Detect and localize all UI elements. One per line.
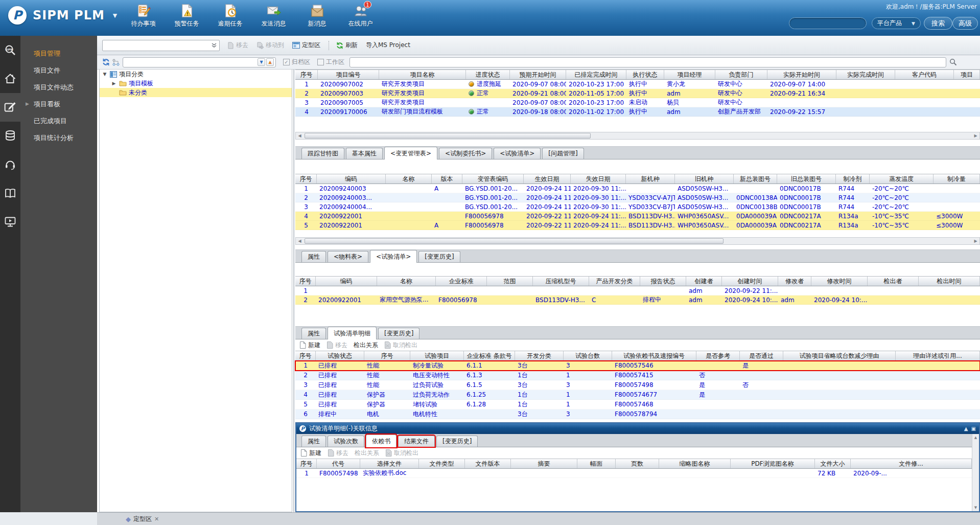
table-row[interactable]: 3已排程性能过负荷试验6.1.53台3F800057498是否 <box>295 380 980 390</box>
column-header[interactable]: 已排定完成时间 <box>566 70 626 79</box>
tree-refresh-icon[interactable] <box>102 58 110 66</box>
close-icon[interactable]: ✕ <box>154 516 159 522</box>
collapse-panel-icon[interactable]: ▲ <box>964 426 968 431</box>
tab-属性[interactable]: 属性 <box>301 328 326 339</box>
column-header[interactable]: 修改者 <box>778 277 811 286</box>
table-row[interactable]: 5已排程保护器堵转试验6.1.281台1F800057468 <box>295 400 980 409</box>
app-logo[interactable]: P SIPM PLM ▼ <box>8 6 117 25</box>
scrollbar-thumb[interactable] <box>305 238 724 244</box>
topbar-tool-逾期任务[interactable]: 逾期任务 <box>208 3 252 28</box>
database-icon[interactable] <box>0 122 20 150</box>
new-button[interactable]: 新建 <box>299 341 320 350</box>
column-header[interactable]: 序号 <box>295 70 318 79</box>
new-button[interactable]: 新建 <box>300 449 321 458</box>
workspace-checkbox[interactable]: 工作区 <box>317 58 344 66</box>
table-row[interactable]: 2202009240003...BG.YSD.001-20...2020-09-… <box>295 193 980 202</box>
hierarchy-icon[interactable] <box>112 59 120 66</box>
column-header[interactable]: 项目 <box>954 70 980 79</box>
column-header[interactable]: 负责部门 <box>715 70 767 79</box>
move-to-button[interactable]: 移动到 <box>256 41 284 50</box>
column-header[interactable]: 幅面 <box>577 459 616 468</box>
column-header[interactable]: 执行状态 <box>626 70 664 79</box>
column-header[interactable]: 创建时间 <box>722 277 778 286</box>
column-header[interactable]: 文件版本 <box>465 459 511 468</box>
column-header[interactable]: 项目名称 <box>379 70 466 79</box>
tree-node-root[interactable]: ▼ 项目分类 <box>100 70 292 79</box>
column-header[interactable]: 序号 <box>295 351 316 360</box>
filter-search-button[interactable] <box>949 58 957 66</box>
table-row[interactable]: 1已排程性能制冷量试验6.1.13台3F800057546是 <box>295 361 980 371</box>
topbar-tool-在线用户[interactable]: 1在线用户 <box>339 3 382 28</box>
column-header[interactable]: 创建者 <box>686 277 722 286</box>
checkout-relation-button[interactable]: 检出关系 <box>355 449 379 458</box>
tree-collapsed-icon[interactable]: ▶ <box>111 81 117 86</box>
topbar-tool-待办事项[interactable]: 待办事项 <box>122 3 165 28</box>
column-header[interactable]: 项目编号 <box>318 70 379 79</box>
library-icon[interactable] <box>0 179 20 208</box>
column-header[interactable]: 名称 <box>377 277 436 286</box>
table-row[interactable]: 4已排程保护器过负荷无动作6.1.251台1F8000574677是 <box>295 390 980 400</box>
scrollbar-thumb[interactable] <box>305 133 591 139</box>
column-header[interactable]: 是否参考 <box>696 351 740 360</box>
import-ms-project-button[interactable]: 导入MS Project <box>366 41 410 50</box>
tab-变更历史[interactable]: [变更历史] <box>378 328 419 339</box>
sipm-search-icon[interactable]: SIPM <box>0 36 20 64</box>
scrollbar-track[interactable] <box>304 238 972 244</box>
column-header[interactable]: 名称 <box>386 174 432 184</box>
column-header[interactable]: 试验依赖书及速报编号 <box>612 351 696 360</box>
scroll-right-icon[interactable]: ▶ <box>972 132 979 139</box>
table-row[interactable]: 420200922001F8000569782020-09-22 11:...2… <box>295 212 980 221</box>
fixed-area-status-tab[interactable]: ◆ 定型区 ✕ <box>126 515 159 523</box>
media-icon[interactable] <box>0 208 20 236</box>
column-header[interactable]: 生效日期 <box>524 174 571 184</box>
column-header[interactable]: 企业标准 条款号 <box>464 351 515 360</box>
topbar-tool-新消息[interactable]: 新消息 <box>295 3 339 28</box>
sidebar-item-项目文件[interactable]: 项目文件 <box>20 62 97 79</box>
column-header[interactable]: 序号 <box>295 174 317 184</box>
tree-filter-input[interactable]: ▼ ▲ <box>123 57 276 67</box>
scroll-down-icon[interactable]: ▼ <box>974 504 977 511</box>
advanced-button[interactable]: 高级 <box>952 17 978 30</box>
tree-splitter[interactable] <box>293 55 295 512</box>
column-header[interactable]: 页数 <box>616 459 659 468</box>
home-icon[interactable] <box>0 64 20 93</box>
column-header[interactable]: 项目经理 <box>664 70 715 79</box>
column-header[interactable]: 开发分类 <box>515 351 564 360</box>
fixed-area-button[interactable]: 定型区 <box>292 41 320 50</box>
column-header[interactable]: 制冷量 <box>934 174 980 184</box>
column-header[interactable]: 文件修... <box>851 459 972 468</box>
remove-button[interactable]: 移去 <box>326 341 347 350</box>
checkout-relation-button[interactable]: 检出关系 <box>354 341 378 350</box>
tab-物料表[interactable]: <物料表> <box>328 251 368 262</box>
table-row[interactable]: 2已排程性能电压变动特性6.1.31台1F800057415否 <box>295 371 980 380</box>
tab-试验清单明细[interactable]: 试验清单明细 <box>328 327 377 339</box>
tree-node-uncategorized[interactable]: 未分类 <box>100 88 292 97</box>
column-header[interactable]: 蒸发温度 <box>870 174 934 184</box>
table-row[interactable]: 320200907005研究开发类项目2020-09-07 08:002020-… <box>295 98 980 107</box>
tab-基本属性[interactable]: 基本属性 <box>346 148 383 159</box>
tab-问题管理[interactable]: [问题管理] <box>542 148 584 159</box>
chevron-down-icon[interactable]: ▼ <box>113 12 117 19</box>
column-header[interactable]: 旧总装图号 <box>777 174 836 184</box>
column-header[interactable]: 文件类型 <box>419 459 465 468</box>
scroll-left-icon[interactable]: ◀ <box>296 132 304 139</box>
edit-icon[interactable] <box>0 93 20 122</box>
column-header[interactable]: 编码 <box>317 174 386 184</box>
archive-checkbox[interactable]: ✓ 归档区 <box>283 58 310 66</box>
pin-panel-icon[interactable]: ▣ <box>971 426 976 431</box>
column-header[interactable]: 制冷剂 <box>836 174 870 184</box>
column-header[interactable]: 范围 <box>487 277 533 286</box>
tab-试验次数[interactable]: 试验次数 <box>328 436 364 447</box>
table-filter-input[interactable] <box>349 57 946 67</box>
column-header[interactable]: 检出者 <box>868 277 919 286</box>
remove-button[interactable]: 移去 <box>328 449 348 458</box>
view-dropdown[interactable] <box>102 40 220 51</box>
column-header[interactable]: 预期开始时间 <box>510 70 566 79</box>
find-next-icon[interactable]: ▼ <box>258 58 265 66</box>
tab-跟踪甘特图[interactable]: 跟踪甘特图 <box>301 148 344 159</box>
column-header[interactable]: 新总装图号 <box>734 174 777 184</box>
column-header[interactable]: 实际完成时间 <box>836 70 895 79</box>
column-header[interactable]: 文件大小 <box>815 459 851 468</box>
tab-试制委托书[interactable]: <试制委托书> <box>439 148 492 159</box>
column-header[interactable]: 序号 <box>296 459 317 468</box>
